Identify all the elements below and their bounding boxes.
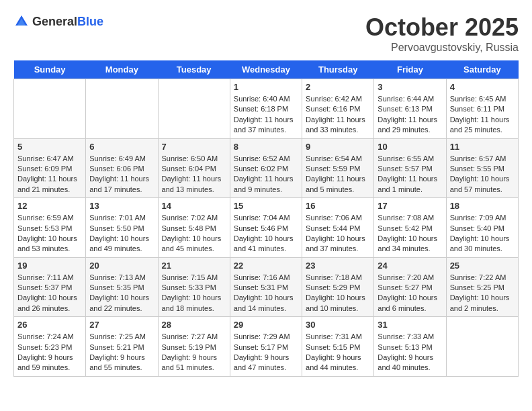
- calendar-week-row: 19Sunrise: 7:11 AM Sunset: 5:37 PM Dayli…: [14, 257, 519, 317]
- calendar-cell: [86, 79, 158, 139]
- day-info: Sunrise: 7:08 AM Sunset: 5:42 PM Dayligh…: [378, 213, 442, 255]
- logo-text-blue: Blue: [77, 15, 103, 28]
- day-number: 12: [17, 201, 82, 211]
- calendar-cell: 5Sunrise: 6:47 AM Sunset: 6:09 PM Daylig…: [14, 138, 86, 198]
- page-header: GeneralBlue October 2025 Pervoavgustovsk…: [13, 13, 519, 54]
- day-info: Sunrise: 6:49 AM Sunset: 6:06 PM Dayligh…: [89, 154, 154, 195]
- day-info: Sunrise: 7:15 AM Sunset: 5:33 PM Dayligh…: [162, 273, 226, 314]
- day-number: 4: [450, 82, 515, 92]
- calendar-cell: 20Sunrise: 7:13 AM Sunset: 5:35 PM Dayli…: [86, 257, 158, 317]
- day-info: Sunrise: 6:40 AM Sunset: 6:18 PM Dayligh…: [234, 94, 298, 136]
- calendar-cell: 10Sunrise: 6:55 AM Sunset: 5:57 PM Dayli…: [374, 138, 446, 198]
- day-info: Sunrise: 7:04 AM Sunset: 5:46 PM Dayligh…: [234, 213, 298, 255]
- weekday-header-tuesday: Tuesday: [158, 60, 230, 79]
- day-info: Sunrise: 6:42 AM Sunset: 6:16 PM Dayligh…: [306, 94, 370, 136]
- calendar-cell: 21Sunrise: 7:15 AM Sunset: 5:33 PM Dayli…: [158, 257, 230, 317]
- day-number: 25: [450, 261, 515, 271]
- day-number: 27: [89, 320, 154, 330]
- calendar-cell: 24Sunrise: 7:20 AM Sunset: 5:27 PM Dayli…: [374, 257, 446, 317]
- day-number: 1: [234, 82, 298, 92]
- calendar-cell: 17Sunrise: 7:08 AM Sunset: 5:42 PM Dayli…: [374, 198, 446, 258]
- calendar-cell: 22Sunrise: 7:16 AM Sunset: 5:31 PM Dayli…: [230, 257, 302, 317]
- day-info: Sunrise: 7:13 AM Sunset: 5:35 PM Dayligh…: [89, 273, 154, 314]
- calendar-cell: 27Sunrise: 7:25 AM Sunset: 5:21 PM Dayli…: [86, 317, 158, 377]
- day-number: 18: [450, 201, 515, 211]
- day-info: Sunrise: 7:29 AM Sunset: 5:17 PM Dayligh…: [234, 332, 298, 373]
- calendar-cell: 3Sunrise: 6:44 AM Sunset: 6:13 PM Daylig…: [374, 79, 446, 139]
- day-number: 13: [89, 201, 154, 211]
- calendar-cell: [158, 79, 230, 139]
- calendar-cell: 16Sunrise: 7:06 AM Sunset: 5:44 PM Dayli…: [302, 198, 374, 258]
- day-number: 30: [306, 320, 370, 330]
- calendar-cell: [446, 317, 518, 377]
- calendar-week-row: 5Sunrise: 6:47 AM Sunset: 6:09 PM Daylig…: [14, 138, 519, 198]
- day-info: Sunrise: 7:24 AM Sunset: 5:23 PM Dayligh…: [17, 332, 82, 373]
- day-number: 11: [450, 142, 515, 152]
- day-number: 24: [378, 261, 442, 271]
- calendar-week-row: 1Sunrise: 6:40 AM Sunset: 6:18 PM Daylig…: [14, 79, 519, 139]
- day-number: 21: [162, 261, 226, 271]
- weekday-header-saturday: Saturday: [446, 60, 518, 79]
- title-block: October 2025 Pervoavgustovskiy, Russia: [365, 13, 519, 54]
- weekday-header-friday: Friday: [374, 60, 446, 79]
- day-info: Sunrise: 6:57 AM Sunset: 5:55 PM Dayligh…: [450, 154, 515, 195]
- calendar-cell: 26Sunrise: 7:24 AM Sunset: 5:23 PM Dayli…: [14, 317, 86, 377]
- day-number: 29: [234, 320, 298, 330]
- location-title: Pervoavgustovskiy, Russia: [365, 42, 519, 54]
- day-number: 5: [17, 142, 82, 152]
- day-number: 17: [378, 201, 442, 211]
- day-number: 23: [306, 261, 370, 271]
- calendar-cell: 13Sunrise: 7:01 AM Sunset: 5:50 PM Dayli…: [86, 198, 158, 258]
- calendar-cell: 4Sunrise: 6:45 AM Sunset: 6:11 PM Daylig…: [446, 79, 518, 139]
- day-info: Sunrise: 6:44 AM Sunset: 6:13 PM Dayligh…: [378, 94, 442, 136]
- day-number: 10: [378, 142, 442, 152]
- calendar-cell: 14Sunrise: 7:02 AM Sunset: 5:48 PM Dayli…: [158, 198, 230, 258]
- day-number: 20: [89, 261, 154, 271]
- day-number: 3: [378, 82, 442, 92]
- calendar-week-row: 12Sunrise: 6:59 AM Sunset: 5:53 PM Dayli…: [14, 198, 519, 258]
- day-number: 26: [17, 320, 82, 330]
- day-info: Sunrise: 6:50 AM Sunset: 6:04 PM Dayligh…: [162, 154, 226, 195]
- day-info: Sunrise: 7:16 AM Sunset: 5:31 PM Dayligh…: [234, 273, 298, 314]
- day-info: Sunrise: 7:25 AM Sunset: 5:21 PM Dayligh…: [89, 332, 154, 373]
- calendar-cell: 1Sunrise: 6:40 AM Sunset: 6:18 PM Daylig…: [230, 79, 302, 139]
- weekday-header-row: SundayMondayTuesdayWednesdayThursdayFrid…: [14, 60, 519, 79]
- calendar-cell: 2Sunrise: 6:42 AM Sunset: 6:16 PM Daylig…: [302, 79, 374, 139]
- day-number: 2: [306, 82, 370, 92]
- day-info: Sunrise: 6:45 AM Sunset: 6:11 PM Dayligh…: [450, 94, 515, 136]
- calendar-cell: [14, 79, 86, 139]
- day-info: Sunrise: 6:52 AM Sunset: 6:02 PM Dayligh…: [234, 154, 298, 195]
- day-number: 22: [234, 261, 298, 271]
- day-info: Sunrise: 7:02 AM Sunset: 5:48 PM Dayligh…: [162, 213, 226, 255]
- day-number: 31: [378, 320, 442, 330]
- logo: GeneralBlue: [13, 13, 103, 30]
- calendar-cell: 11Sunrise: 6:57 AM Sunset: 5:55 PM Dayli…: [446, 138, 518, 198]
- day-number: 19: [17, 261, 82, 271]
- day-info: Sunrise: 7:27 AM Sunset: 5:19 PM Dayligh…: [162, 332, 226, 373]
- day-info: Sunrise: 7:18 AM Sunset: 5:29 PM Dayligh…: [306, 273, 370, 314]
- weekday-header-wednesday: Wednesday: [230, 60, 302, 79]
- calendar-cell: 23Sunrise: 7:18 AM Sunset: 5:29 PM Dayli…: [302, 257, 374, 317]
- calendar-cell: 9Sunrise: 6:54 AM Sunset: 5:59 PM Daylig…: [302, 138, 374, 198]
- day-info: Sunrise: 6:55 AM Sunset: 5:57 PM Dayligh…: [378, 154, 442, 195]
- day-info: Sunrise: 7:20 AM Sunset: 5:27 PM Dayligh…: [378, 273, 442, 314]
- logo-text-general: General: [32, 15, 77, 28]
- day-info: Sunrise: 6:54 AM Sunset: 5:59 PM Dayligh…: [306, 154, 370, 195]
- day-info: Sunrise: 7:06 AM Sunset: 5:44 PM Dayligh…: [306, 213, 370, 255]
- weekday-header-monday: Monday: [86, 60, 158, 79]
- day-info: Sunrise: 6:59 AM Sunset: 5:53 PM Dayligh…: [17, 213, 82, 255]
- calendar-cell: 30Sunrise: 7:31 AM Sunset: 5:15 PM Dayli…: [302, 317, 374, 377]
- calendar-table: SundayMondayTuesdayWednesdayThursdayFrid…: [13, 60, 519, 377]
- day-info: Sunrise: 7:22 AM Sunset: 5:25 PM Dayligh…: [450, 273, 515, 314]
- day-info: Sunrise: 7:09 AM Sunset: 5:40 PM Dayligh…: [450, 213, 515, 255]
- calendar-cell: 7Sunrise: 6:50 AM Sunset: 6:04 PM Daylig…: [158, 138, 230, 198]
- day-number: 16: [306, 201, 370, 211]
- calendar-cell: 6Sunrise: 6:49 AM Sunset: 6:06 PM Daylig…: [86, 138, 158, 198]
- day-info: Sunrise: 7:33 AM Sunset: 5:13 PM Dayligh…: [378, 332, 442, 373]
- calendar-week-row: 26Sunrise: 7:24 AM Sunset: 5:23 PM Dayli…: [14, 317, 519, 377]
- calendar-cell: 29Sunrise: 7:29 AM Sunset: 5:17 PM Dayli…: [230, 317, 302, 377]
- day-number: 6: [89, 142, 154, 152]
- calendar-cell: 12Sunrise: 6:59 AM Sunset: 5:53 PM Dayli…: [14, 198, 86, 258]
- day-info: Sunrise: 7:11 AM Sunset: 5:37 PM Dayligh…: [17, 273, 82, 314]
- calendar-cell: 18Sunrise: 7:09 AM Sunset: 5:40 PM Dayli…: [446, 198, 518, 258]
